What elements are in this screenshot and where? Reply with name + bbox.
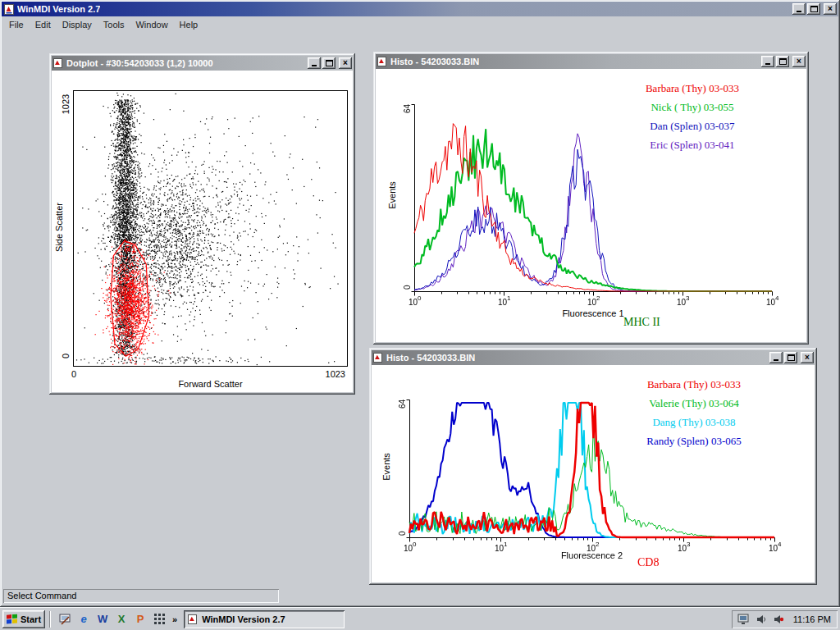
status-message: Select Command — [3, 589, 279, 603]
menu-tools[interactable]: Tools — [98, 17, 130, 32]
histo2-canvas[interactable] — [396, 395, 784, 554]
quick-launch-overflow-button[interactable]: » — [171, 614, 179, 624]
excel-icon[interactable]: X — [114, 612, 129, 627]
histo2-minimize-button[interactable] — [769, 352, 783, 363]
dotplot-client: Side Scatter 1023 0 R1 0 1023 Forward Sc… — [52, 71, 353, 392]
histo2-maximize-button[interactable] — [784, 352, 797, 363]
tray-volume-icon[interactable] — [755, 613, 768, 626]
dotplot-window: Dotplot - #30:54203033 (1,2) 10000 × Sid… — [49, 53, 355, 395]
show-desktop-icon[interactable] — [57, 612, 72, 627]
dotplot-x-axis-label: Forward Scatter — [73, 379, 348, 389]
system-tray: 11:16 PM — [732, 610, 838, 628]
dotplot-x-max-tick: 1023 — [313, 369, 345, 379]
menu-window[interactable]: Window — [130, 17, 173, 32]
dotplot-titlebar[interactable]: Dotplot - #30:54203033 (1,2) 10000 × — [52, 56, 353, 71]
maximize-icon — [788, 354, 795, 361]
taskbar-winmdi-button[interactable]: WinMDI Version 2.7 — [184, 610, 345, 628]
winmdi-app-icon — [3, 3, 15, 15]
menu-bar: File Edit Display Tools Window Help — [2, 16, 838, 33]
histo2-legend-item-1: Barbara (Thy) 03-033 — [616, 375, 772, 394]
menu-help[interactable]: Help — [174, 17, 204, 32]
histo1-minimize-button[interactable] — [761, 56, 774, 67]
start-button[interactable]: Start — [2, 610, 45, 628]
dotplot-y-min-tick: 0 — [61, 344, 71, 368]
histo2-marker-label: CD8 — [637, 556, 659, 569]
maximize-icon — [810, 6, 818, 12]
histo1-x-axis-label: Fluorescence 1 — [414, 308, 772, 318]
taskbar: Start e W X P » WinMDI Version 2.7 — [0, 607, 840, 630]
histo2-y-axis-label: Events — [381, 450, 391, 483]
dotplot-plot-area: R1 — [73, 90, 348, 367]
histo1-marker-label: MHC II — [623, 316, 660, 329]
histo2-window-title: Histo - 54203033.BIN — [386, 353, 475, 363]
maximize-icon — [779, 58, 787, 65]
histo1-window-icon — [377, 56, 388, 67]
dotplot-y-axis-label: Side Scatter — [54, 194, 64, 260]
dotplot-window-title: Dotplot - #30:54203033 (1,2) 10000 — [66, 58, 213, 68]
gate-label-r1[interactable]: R1 — [125, 244, 136, 253]
maximize-button[interactable] — [807, 3, 820, 15]
histo1-y-axis-label: Events — [387, 179, 397, 212]
histo1-window: Histo - 54203033.BIN × Barbara (Thy) 03-… — [373, 52, 809, 345]
minimize-icon — [765, 63, 770, 65]
start-button-label: Start — [21, 614, 41, 624]
menu-edit[interactable]: Edit — [30, 17, 57, 32]
dotplot-window-icon — [52, 57, 64, 69]
histo2-client: Barbara (Thy) 03-033 Valerie (Thy) 03-06… — [372, 365, 815, 582]
taskbar-clock[interactable]: 11:16 PM — [789, 614, 831, 624]
dotplot-close-button[interactable]: × — [339, 57, 352, 69]
taskbar-winmdi-label: WinMDI Version 2.7 — [202, 614, 285, 624]
mdi-workspace: Dotplot - #30:54203033 (1,2) 10000 × Sid… — [2, 33, 838, 587]
histo1-client: Barbara (Thy) 03-033 Nick ( Thy) 03-055 … — [376, 69, 806, 342]
menu-file[interactable]: File — [3, 17, 30, 32]
histo1-close-button[interactable]: × — [792, 56, 806, 67]
histo2-close-button[interactable]: × — [801, 352, 814, 363]
tray-display-icon[interactable] — [737, 613, 751, 626]
app-grid-icon[interactable] — [152, 612, 167, 627]
histo1-legend-item-1: Barbara (Thy) 03-033 — [614, 79, 770, 98]
minimize-button[interactable] — [792, 3, 806, 15]
minimize-icon — [312, 65, 317, 66]
main-titlebar[interactable]: WinMDI Version 2.7 × — [2, 2, 838, 16]
menu-display[interactable]: Display — [57, 17, 98, 32]
powerpoint-icon[interactable]: P — [133, 612, 148, 627]
winmdi-main-window: WinMDI Version 2.7 × File Edit Display T… — [0, 0, 840, 607]
minimize-icon — [797, 11, 801, 12]
tray-mute-icon[interactable] — [772, 613, 785, 626]
taskbar-separator — [49, 611, 51, 628]
winmdi-task-icon — [187, 614, 199, 625]
histo1-canvas[interactable] — [401, 99, 782, 308]
dotplot-minimize-button[interactable] — [308, 57, 321, 69]
screen: WinMDI Version 2.7 × File Edit Display T… — [0, 0, 840, 630]
histo1-window-title: Histo - 54203033.BIN — [390, 57, 479, 66]
windows-logo-icon — [7, 614, 17, 624]
dotplot-x-min-tick: 0 — [71, 369, 76, 379]
histo2-titlebar[interactable]: Histo - 54203033.BIN × — [372, 350, 815, 365]
histo2-window-icon — [372, 352, 384, 363]
maximize-icon — [326, 60, 333, 66]
histo2-x-axis-label: Fluorescence 2 — [409, 550, 774, 560]
word-icon[interactable]: W — [95, 612, 110, 627]
histo1-maximize-button[interactable] — [776, 56, 789, 67]
dotplot-maximize-button[interactable] — [322, 57, 336, 69]
histo2-window: Histo - 54203033.BIN × Barbara (Thy) 03-… — [369, 348, 817, 585]
close-button[interactable]: × — [824, 3, 837, 15]
main-window-title: WinMDI Version 2.7 — [17, 4, 100, 14]
dotplot-canvas[interactable] — [74, 91, 347, 366]
status-bar: Select Command — [2, 587, 838, 605]
internet-explorer-icon[interactable]: e — [76, 612, 91, 627]
quick-launch: e W X P » — [55, 612, 181, 627]
dotplot-y-max-tick: 1023 — [61, 92, 71, 116]
histo1-titlebar[interactable]: Histo - 54203033.BIN × — [376, 54, 806, 69]
minimize-icon — [774, 359, 778, 361]
